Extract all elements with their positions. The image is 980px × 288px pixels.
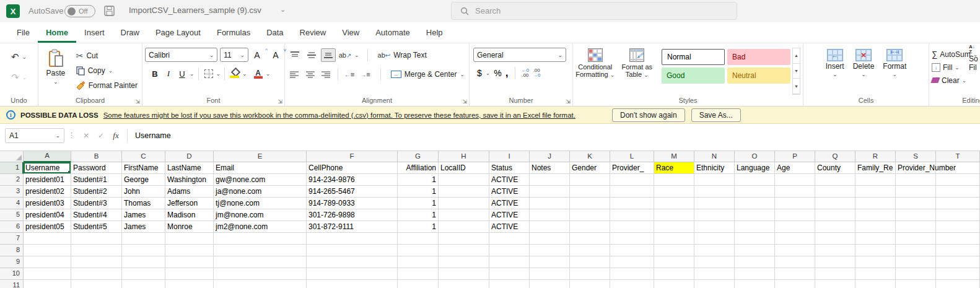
cell-D6[interactable]: Monroe	[165, 221, 214, 233]
cell-B11[interactable]	[71, 280, 122, 288]
cell-T8[interactable]	[936, 245, 980, 256]
cell-F7[interactable]	[307, 233, 398, 245]
cell-G9[interactable]	[398, 256, 439, 268]
cell-B7[interactable]	[71, 233, 122, 245]
tab-insert[interactable]: Insert	[76, 22, 113, 43]
cell-O8[interactable]	[735, 245, 775, 256]
cell-A10[interactable]	[24, 268, 71, 280]
column-header-D[interactable]: D	[165, 151, 214, 162]
font-color-button[interactable]: A	[252, 67, 265, 81]
cell-N7[interactable]	[694, 233, 735, 245]
column-header-L[interactable]: L	[610, 151, 654, 162]
row-header-5[interactable]: 5	[0, 209, 24, 221]
cell-O11[interactable]	[735, 280, 775, 288]
comma-style-button[interactable]: ,	[505, 67, 509, 79]
clear-button[interactable]: Clear ⌄	[932, 74, 980, 87]
increase-indent-button[interactable]: →≡	[358, 68, 372, 81]
cell-L9[interactable]	[610, 256, 654, 268]
format-painter-button[interactable]: Format Painter	[74, 78, 139, 93]
cell-G1[interactable]: Affiliation	[398, 162, 439, 174]
cell-C4[interactable]: Thomas	[122, 198, 165, 209]
cell-F4[interactable]: 914-789-0933	[307, 198, 398, 209]
style-bad[interactable]: Bad	[727, 49, 790, 65]
cell-E4[interactable]: tj@none.com	[214, 198, 307, 209]
cell-O5[interactable]	[735, 209, 775, 221]
cell-J2[interactable]	[530, 174, 570, 186]
cell-M5[interactable]	[654, 209, 694, 221]
dialog-launcher-icon[interactable]: ⇲	[462, 98, 467, 105]
cell-K11[interactable]	[570, 280, 610, 288]
row-header-3[interactable]: 3	[0, 186, 24, 198]
cell-O7[interactable]	[735, 233, 775, 245]
bold-button[interactable]: B	[149, 67, 161, 81]
cell-M3[interactable]	[654, 186, 694, 198]
cell-M8[interactable]	[654, 245, 694, 256]
tab-view[interactable]: View	[334, 22, 367, 43]
bottom-align-button[interactable]	[321, 48, 336, 62]
name-box[interactable]: A1 ⌄	[5, 128, 64, 143]
cell-G7[interactable]	[398, 233, 439, 245]
cell-P7[interactable]	[775, 233, 815, 245]
cell-C2[interactable]: George	[122, 174, 165, 186]
save-as-button[interactable]: Save As...	[691, 108, 741, 122]
cell-L8[interactable]	[610, 245, 654, 256]
cell-L2[interactable]	[610, 174, 654, 186]
cell-O9[interactable]	[735, 256, 775, 268]
cell-Q7[interactable]	[815, 233, 855, 245]
cell-P10[interactable]	[775, 268, 815, 280]
filename[interactable]: ImportCSV_Learners_sample (9).csv	[129, 6, 261, 15]
cell-F10[interactable]	[307, 268, 398, 280]
cell-S3[interactable]	[896, 186, 936, 198]
cell-E8[interactable]	[214, 245, 307, 256]
cell-Q8[interactable]	[815, 245, 855, 256]
cell-I10[interactable]	[489, 268, 530, 280]
cell-S9[interactable]	[896, 256, 936, 268]
cell-A6[interactable]: president05	[24, 221, 71, 233]
cell-T10[interactable]	[936, 268, 980, 280]
cell-F8[interactable]	[307, 245, 398, 256]
cell-E2[interactable]: gw@none.com	[214, 174, 307, 186]
chevron-down-icon[interactable]: ⌄	[190, 71, 195, 77]
cell-B3[interactable]: Student#2	[71, 186, 122, 198]
cell-Q9[interactable]	[815, 256, 855, 268]
cell-D8[interactable]	[165, 245, 214, 256]
style-normal[interactable]: Normal	[662, 49, 725, 65]
cell-R9[interactable]	[855, 256, 896, 268]
cell-R8[interactable]	[855, 245, 896, 256]
tab-data[interactable]: Data	[258, 22, 291, 43]
cell-P1[interactable]: Age	[775, 162, 815, 174]
cell-D7[interactable]	[165, 233, 214, 245]
conditional-formatting-button[interactable]: Conditional Formatting ⌄	[575, 48, 615, 95]
cell-S1[interactable]: Provider_Number	[896, 162, 936, 174]
column-header-C[interactable]: C	[122, 151, 165, 162]
cell-S8[interactable]	[896, 245, 936, 256]
cell-D1[interactable]: LastName	[165, 162, 214, 174]
cell-I2[interactable]: ACTIVE	[489, 174, 530, 186]
cell-T2[interactable]	[936, 174, 980, 186]
font-size-select[interactable]: 11 ⌄	[220, 48, 248, 62]
cell-B10[interactable]	[71, 268, 122, 280]
cell-E9[interactable]	[214, 256, 307, 268]
cell-C5[interactable]: James	[122, 209, 165, 221]
cell-M10[interactable]	[654, 268, 694, 280]
cell-C6[interactable]: James	[122, 221, 165, 233]
cell-J10[interactable]	[530, 268, 570, 280]
cell-N3[interactable]	[694, 186, 735, 198]
cell-F9[interactable]	[307, 256, 398, 268]
column-header-P[interactable]: P	[775, 151, 815, 162]
cell-G5[interactable]: 1	[398, 209, 439, 221]
cell-E6[interactable]: jm2@none.com	[214, 221, 307, 233]
enter-icon[interactable]: ✓	[94, 131, 108, 140]
paste-button[interactable]: Paste ⌄	[41, 48, 71, 95]
cell-P6[interactable]	[775, 221, 815, 233]
cell-J7[interactable]	[530, 233, 570, 245]
font-name-select[interactable]: Calibri ⌄	[145, 48, 217, 62]
chevron-down-icon[interactable]: ⌄	[266, 71, 271, 77]
fill-color-button[interactable]	[229, 67, 241, 81]
cell-F6[interactable]: 301-872-9111	[307, 221, 398, 233]
cell-C1[interactable]: FirstName	[122, 162, 165, 174]
cell-T7[interactable]	[936, 233, 980, 245]
cell-B1[interactable]: Password	[71, 162, 122, 174]
cell-B2[interactable]: Student#1	[71, 174, 122, 186]
cell-P4[interactable]	[775, 198, 815, 209]
